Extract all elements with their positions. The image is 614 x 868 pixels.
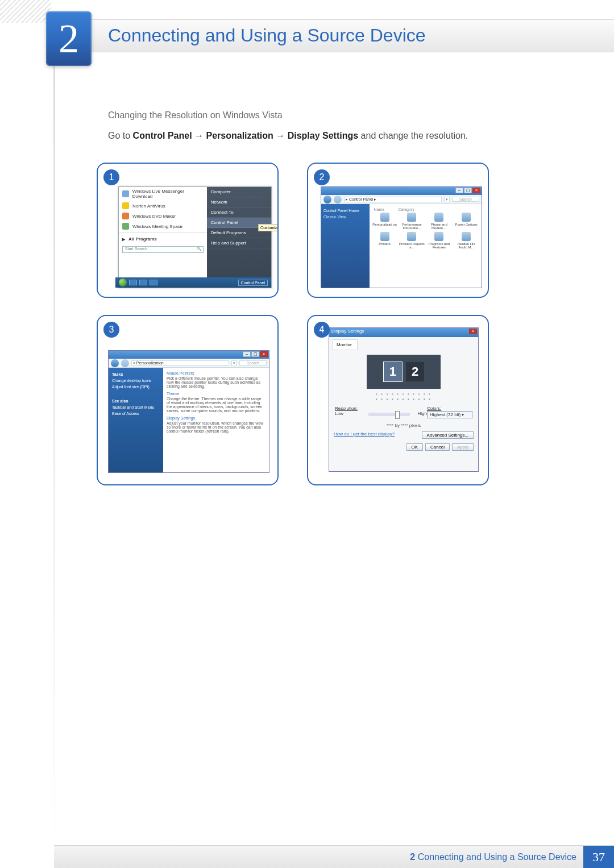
description: Adjust your monitor resolution, which ch… xyxy=(167,421,265,435)
sidebar: Tasks Change desktop icons Adjust font s… xyxy=(109,368,163,472)
step-2-tile: 2 –▢× ▸ Control Panel ▸ ▾ Search Control… xyxy=(307,163,489,298)
taskbar-icon xyxy=(139,280,147,285)
cp-icon: Phone and Modem ... xyxy=(426,213,452,230)
taskbar-icon xyxy=(150,280,157,285)
colors-label: Colors: xyxy=(427,406,472,411)
description: Change the theme. Themes can change a wi… xyxy=(167,397,265,415)
app-icon xyxy=(122,213,129,219)
page-number: 37 xyxy=(583,846,614,869)
list-item: Windows Meeting Space xyxy=(119,221,207,231)
list-item: Help and Support xyxy=(207,238,271,248)
forward-icon xyxy=(334,196,342,203)
help-link: How do I get the best display? xyxy=(334,431,420,439)
apply-button: Apply xyxy=(452,443,474,451)
control-panel-window: –▢× ▸ Control Panel ▸ ▾ Search Control P… xyxy=(321,186,482,288)
sidebar-item: Change desktop icons xyxy=(112,377,160,384)
screenshot-grid: 1 Windows Live Messenger Download Norton… xyxy=(97,163,489,485)
sidebar-heading: Tasks xyxy=(112,371,160,377)
sidebar-item: Ease of Access xyxy=(112,410,160,417)
masked-text: * * * * * * * * * * * xyxy=(329,392,478,397)
address-bar: « Personalization ▾ Search xyxy=(109,359,269,368)
placeholder: Start Search xyxy=(125,247,147,251)
window-controls: –▢× xyxy=(243,351,268,357)
window-controls: × xyxy=(469,329,477,334)
taskbar-icon xyxy=(129,280,137,285)
minimize-icon: – xyxy=(243,351,251,357)
footer-text: 2 Connecting and Using a Source Device xyxy=(410,852,583,862)
label: Windows Live Messenger Download xyxy=(132,189,204,199)
close-icon: × xyxy=(469,329,477,334)
footer-chapter-number: 2 xyxy=(410,852,415,862)
step-1-tile: 1 Windows Live Messenger Download Norton… xyxy=(97,163,279,298)
list-item: Windows DVD Maker xyxy=(119,211,207,221)
search-box: Search xyxy=(452,197,479,202)
icon-grid: Personalizati on Performance Informatio.… xyxy=(372,213,479,249)
app-icon xyxy=(122,202,129,209)
label: All Programs xyxy=(128,236,157,242)
t: Go to xyxy=(108,131,133,140)
start-menu-right: Computer Network Connect To Control Pane… xyxy=(207,187,271,277)
section-subhead: Changing the Resolution on Windows Vista xyxy=(108,108,546,123)
resolution-slider xyxy=(368,413,410,416)
link-heading: Mouse Pointers xyxy=(167,370,265,376)
sidebar-item: Classic View xyxy=(323,214,367,220)
resolution-label: Resolution: xyxy=(335,406,427,411)
step-badge-2: 2 xyxy=(314,169,330,185)
start-menu: Windows Live Messenger Download Norton A… xyxy=(118,186,272,288)
high-label: High xyxy=(418,411,427,416)
control-panel-main: NameCategory Personalizati on Performanc… xyxy=(370,204,482,288)
monitor-preview: 1 2 xyxy=(367,355,441,389)
cp-icon: Power Options xyxy=(453,213,479,230)
window-titlebar: –▢× xyxy=(109,351,269,359)
chapter-badge: 2 xyxy=(46,11,92,66)
footer-chapter-title: Connecting and Using a Source Device xyxy=(418,852,576,862)
sidebar-item: Adjust font size (DPI) xyxy=(112,384,160,390)
maximize-icon: ▢ xyxy=(251,351,259,357)
label: Windows DVD Maker xyxy=(132,214,176,219)
tooltip: Customize... xyxy=(258,224,279,231)
monitor-2: 2 xyxy=(406,362,424,381)
cp-icon: Performance Informatio... xyxy=(399,213,425,230)
start-menu-left: Windows Live Messenger Download Norton A… xyxy=(119,187,207,277)
description: Pick a different mouse pointer. You can … xyxy=(167,376,265,391)
list-item: Computer xyxy=(207,187,271,197)
monitor-1: 1 xyxy=(383,362,403,382)
bold-control-panel: Control Panel xyxy=(133,131,192,140)
list-item: Norton AntiVirus xyxy=(119,201,207,211)
body-text: Changing the Resolution on Windows Vista… xyxy=(108,108,546,143)
taskbar: Control Panel xyxy=(115,277,271,288)
window-controls: –▢× xyxy=(455,188,480,193)
breadcrumb: ▸ Control Panel ▸ xyxy=(344,197,442,202)
cp-icon: Realtek HD Audio M... xyxy=(453,232,479,249)
minimize-icon: – xyxy=(455,188,463,193)
window-titlebar: –▢× xyxy=(321,187,482,195)
maximize-icon: ▢ xyxy=(464,188,472,193)
step-4-tile: 4 Display Settings × Monitor 1 2 * * * *… xyxy=(307,315,489,485)
pixels-info: **** by **** pixels xyxy=(329,422,478,429)
colors-select: Highest (32 bit) ▾ xyxy=(427,411,472,418)
cp-icon: Problem Reports a... xyxy=(399,232,425,249)
left-rule xyxy=(53,19,55,868)
label: Windows Meeting Space xyxy=(132,224,182,229)
step-badge-4: 4 xyxy=(314,322,330,338)
search-box: Search xyxy=(239,360,267,366)
forward-icon xyxy=(121,359,129,367)
app-icon xyxy=(122,223,129,230)
col-header: Name xyxy=(374,207,385,211)
ok-button: OK xyxy=(406,443,424,451)
decorative-hatch xyxy=(0,0,51,23)
low-label: Low xyxy=(335,411,343,416)
back-icon xyxy=(323,196,331,203)
masked-text: * * * * * * * * * * * xyxy=(329,397,478,402)
cp-icon: Printers xyxy=(372,232,398,249)
sidebar-item: Control Panel Home xyxy=(323,207,367,214)
cp-icon: Programs and Features xyxy=(426,232,452,249)
start-search: Start Search🔍 xyxy=(122,246,204,253)
step-badge-1: 1 xyxy=(103,169,119,185)
sidebar-item: Taskbar and Start Menu xyxy=(112,404,160,410)
chapter-title: Connecting and Using a Source Device xyxy=(108,25,426,46)
window-titlebar: Display Settings × xyxy=(329,328,478,337)
window-title: Display Settings xyxy=(331,329,364,334)
sidebar-heading: See also xyxy=(112,398,160,404)
breadcrumb: « Personalization xyxy=(131,360,229,366)
